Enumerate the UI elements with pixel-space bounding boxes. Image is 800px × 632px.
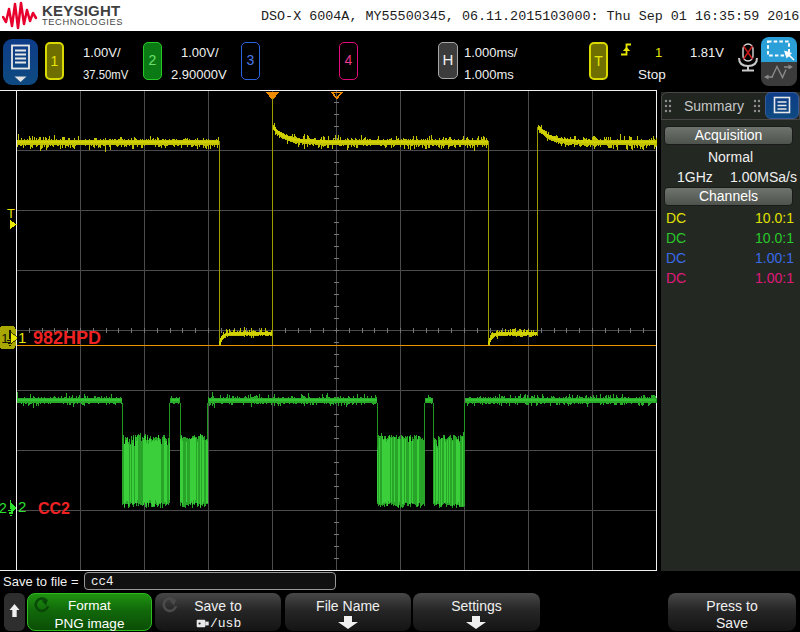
svg-text:T: T (7, 206, 15, 221)
svg-text:2: 2 (18, 498, 26, 515)
svg-text:1: 1 (1, 331, 8, 346)
svg-text:2: 2 (0, 500, 7, 516)
svg-text:1: 1 (18, 329, 26, 346)
